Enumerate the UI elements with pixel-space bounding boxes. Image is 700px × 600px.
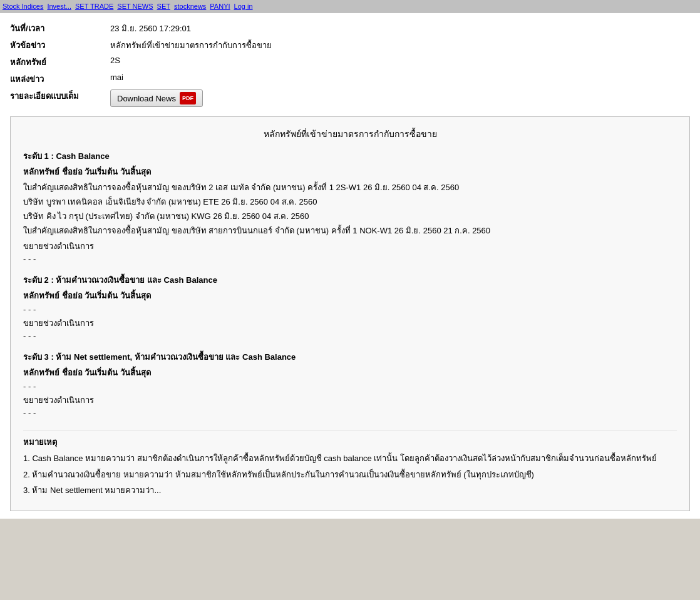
meta-table: วันที่/เวลา 23 มิ.ย. 2560 17:29:01 หัวข้… [10, 20, 690, 109]
content-area: วันที่/เวลา 23 มิ.ย. 2560 17:29:01 หัวข้… [0, 13, 700, 519]
note-item-2: 2. ห้ามคำนวณวงเงินซื้อขาย หมายความว่า ห้… [23, 469, 677, 481]
level1-col-header: หลักทรัพย์ ชื่อย่อ วันเริ่มต้น วันสิ้นสุ… [23, 165, 677, 178]
level3-header: ระดับ 3 : ห้าม Net settlement, ห้ามคำนวณ… [23, 350, 677, 364]
level1-row-3: บริษัท คิง ไว กรุป (ประเทศไทย) จำกัด (มห… [23, 210, 677, 223]
pdf-icon-label: PDF [182, 95, 193, 101]
source-value: mai [110, 71, 690, 88]
level2-section: ระดับ 2 : ห้ามคำนวณวงเงินซื้อขาย และ Cas… [23, 273, 677, 340]
level1-row-4: ใบสำคัญแสดงสิทธิในการจองซื้อหุ้นสามัญ ขอ… [23, 224, 677, 237]
pdf-icon: PDF [180, 92, 196, 104]
level2-extend-label: ขยายช่วงดำเนินการ [23, 317, 677, 330]
level1-row-2: บริษัท บูรพา เทคนิคอล เอ็นจิเนียริง จำกั… [23, 195, 677, 208]
nav-set[interactable]: SET [157, 3, 170, 10]
nav-login[interactable]: Log in [234, 3, 253, 10]
level3-col-header: หลักทรัพย์ ชื่อย่อ วันเริ่มต้น วันสิ้นสุ… [23, 366, 677, 379]
level2-col-header: หลักทรัพย์ ชื่อย่อ วันเริ่มต้น วันสิ้นสุ… [23, 289, 677, 302]
nav-panyi[interactable]: PANYI [210, 3, 230, 10]
detail-label: รายละเอียดแบบเต็ม [10, 88, 110, 109]
download-news-button[interactable]: Download News PDF [110, 89, 203, 107]
top-nav-bar: Stock Indices Invest... SET TRADE SET NE… [0, 0, 700, 13]
security-label: หลักทรัพย์ [10, 54, 110, 71]
note-item-3: 3. ห้าม Net settlement หมายความว่า... [23, 484, 677, 497]
level1-extend-label: ขยายช่วงดำเนินการ [23, 240, 677, 253]
level2-header: ระดับ 2 : ห้ามคำนวณวงเงินซื้อขาย และ Cas… [23, 273, 677, 287]
nav-set-news[interactable]: SET NEWS [117, 3, 153, 10]
headline-label: หัวข้อข่าว [10, 37, 110, 54]
box-title: หลักทรัพย์ที่เข้าข่ายมาตรการกำกับการซื้อ… [23, 127, 677, 141]
datetime-label: วันที่/เวลา [10, 20, 110, 37]
detail-value: Download News PDF [110, 88, 690, 109]
level2-dashes2: - - - [23, 331, 677, 340]
notes-section: หมายเหตุ 1. Cash Balance หมายความว่า สมา… [23, 430, 677, 497]
level2-dashes: - - - [23, 305, 677, 314]
datetime-value: 23 มิ.ย. 2560 17:29:01 [110, 20, 690, 37]
level1-row-1: ใบสำคัญแสดงสิทธิในการจองซื้อหุ้นสามัญ ขอ… [23, 181, 677, 194]
level1-section: ระดับ 1 : Cash Balance หลักทรัพย์ ชื่อย่… [23, 150, 677, 263]
nav-stocknews[interactable]: stocknews [174, 3, 206, 10]
download-btn-label: Download News [117, 94, 176, 103]
note-item-1: 1. Cash Balance หมายความว่า สมาชิกต้องดำ… [23, 452, 677, 465]
level1-header: ระดับ 1 : Cash Balance [23, 150, 677, 163]
level3-section: ระดับ 3 : ห้าม Net settlement, ห้ามคำนวณ… [23, 350, 677, 417]
level3-dashes: - - - [23, 382, 677, 391]
security-value: 2S [110, 54, 690, 71]
nav-stock-indices[interactable]: Stock Indices [3, 3, 43, 10]
nav-set-trade[interactable]: SET TRADE [75, 3, 113, 10]
notes-title: หมายเหตุ [23, 435, 677, 449]
nav-invest[interactable]: Invest... [47, 3, 71, 10]
level3-dashes2: - - - [23, 408, 677, 417]
source-label: แหล่งข่าว [10, 71, 110, 88]
main-content-box: หลักทรัพย์ที่เข้าข่ายมาตรการกำกับการซื้อ… [10, 116, 690, 511]
headline-value: หลักทรัพย์ที่เข้าข่ายมาตรการกำกับการซื้อ… [110, 37, 690, 54]
level1-dashes: - - - [23, 254, 677, 263]
level3-extend-label: ขยายช่วงดำเนินการ [23, 394, 677, 407]
